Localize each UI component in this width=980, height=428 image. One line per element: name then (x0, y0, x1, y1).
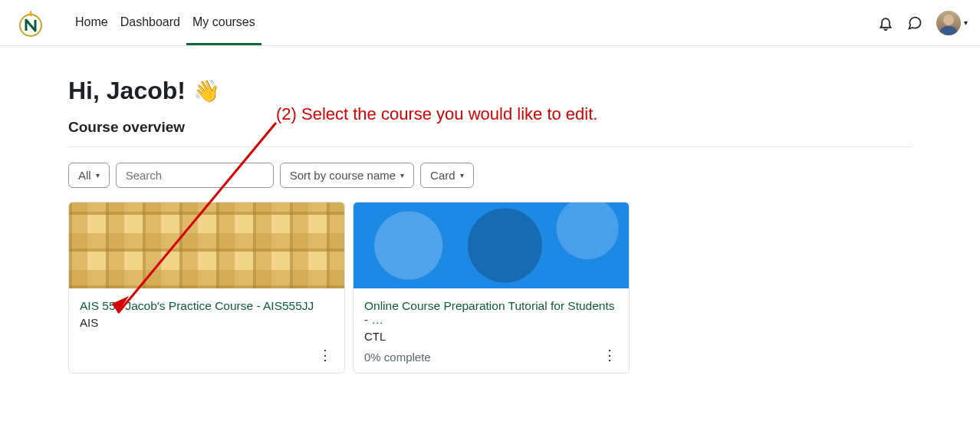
navbar: Home Dashboard My courses ▾ (0, 0, 980, 46)
course-title[interactable]: AIS 555 Jacob's Practice Course - AIS555… (80, 299, 334, 313)
view-label: Card (430, 169, 455, 182)
filter-dropdown[interactable]: All ▾ (68, 163, 110, 188)
nav-my-courses[interactable]: My courses (186, 1, 261, 45)
nav-dashboard[interactable]: Dashboard (114, 1, 186, 45)
nav-home[interactable]: Home (69, 1, 114, 45)
card-body: Online Course Preparation Tutorial for S… (354, 288, 629, 373)
search-input[interactable] (126, 169, 264, 182)
chevron-down-icon: ▾ (460, 171, 464, 179)
search-input-wrap[interactable] (116, 163, 274, 188)
course-card[interactable]: Online Course Preparation Tutorial for S… (353, 202, 630, 374)
brand-logo[interactable] (15, 8, 46, 38)
greeting: Hi, Jacob! 👋 (68, 77, 912, 105)
card-body: AIS 555 Jacob's Practice Course - AIS555… (69, 288, 344, 373)
course-menu-button[interactable]: ⋮ (600, 344, 620, 367)
course-thumbnail (69, 202, 344, 288)
nav-links: Home Dashboard My courses (69, 1, 261, 45)
chat-icon[interactable] (907, 15, 922, 31)
navbar-right: ▾ (878, 11, 968, 35)
course-thumbnail (354, 202, 629, 288)
bell-icon[interactable] (878, 15, 893, 31)
sort-dropdown[interactable]: Sort by course name ▾ (280, 163, 414, 188)
course-progress: 0% complete (364, 351, 431, 364)
course-cards: AIS 555 Jacob's Practice Course - AIS555… (68, 202, 912, 374)
course-category: CTL (364, 330, 618, 343)
greeting-text: Hi, Jacob! (68, 77, 186, 105)
sort-label: Sort by course name (290, 169, 396, 182)
course-card[interactable]: AIS 555 Jacob's Practice Course - AIS555… (68, 202, 345, 374)
wave-icon: 👋 (193, 78, 220, 104)
filter-label: All (78, 169, 91, 182)
course-category: AIS (80, 316, 334, 329)
chevron-down-icon: ▾ (96, 171, 100, 179)
avatar (936, 11, 961, 35)
chevron-down-icon: ▾ (400, 171, 404, 179)
course-menu-button[interactable]: ⋮ (315, 344, 335, 367)
user-menu[interactable]: ▾ (936, 11, 968, 35)
section-title: Course overview (68, 119, 912, 136)
course-title[interactable]: Online Course Preparation Tutorial for S… (364, 299, 618, 327)
divider (68, 147, 912, 147)
view-dropdown[interactable]: Card ▾ (420, 163, 474, 188)
main-content: Hi, Jacob! 👋 Course overview All ▾ Sort … (68, 46, 912, 374)
controls-row: All ▾ Sort by course name ▾ Card ▾ (68, 163, 912, 188)
chevron-down-icon: ▾ (964, 18, 968, 27)
